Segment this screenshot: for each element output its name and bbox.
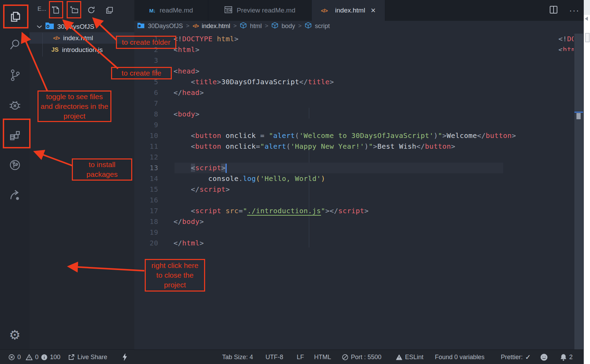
line-number: 14	[134, 173, 158, 184]
code-line: 6</head>	[134, 87, 574, 98]
code-line: 7	[134, 98, 574, 109]
lightning-icon[interactable]	[122, 350, 127, 364]
tab-label: index.html	[335, 7, 365, 14]
breadcrumb-html[interactable]: html	[250, 23, 262, 30]
html-code-icon: </>	[321, 8, 328, 14]
code-line: 20</html>	[134, 238, 574, 249]
minimap[interactable]: <!DOCTYPE html><html><head> <title>30Day…	[543, 34, 574, 51]
line-number: 9	[134, 120, 158, 130]
breadcrumb-separator: >	[298, 23, 302, 29]
line-number: 4	[134, 66, 158, 77]
code-line: 10 <button onclick = "alert('Welcome to …	[134, 130, 574, 141]
code-line: 14 console.log('Hello, World')	[134, 173, 574, 184]
breadcrumb-body[interactable]: body	[281, 23, 295, 30]
code-line: 19	[134, 227, 574, 238]
more-actions-icon[interactable]: ···	[569, 6, 580, 15]
gutter-top	[584, 0, 590, 15]
code-line: 4<head>	[134, 66, 574, 77]
gutter-thumb[interactable]	[585, 33, 590, 42]
line-number: 11	[134, 141, 158, 152]
collapse-all-icon[interactable]	[104, 5, 115, 15]
code-line: 13 <script>	[134, 163, 574, 173]
code-line: 8<body>	[134, 109, 574, 120]
tab-readme-md[interactable]: M↓ readMe.md	[134, 0, 208, 21]
split-editor-icon[interactable]	[549, 5, 558, 16]
code-line: <!DOCTYPE html>	[543, 34, 574, 44]
tree-item-introduction-js[interactable]: JS introduction.js	[30, 44, 134, 55]
tab-preview-readme-md[interactable]: Preview readMe.md	[208, 0, 312, 21]
info-status[interactable]: 100	[41, 350, 60, 364]
line-number: 19	[134, 227, 158, 238]
tree-root-30daysofjs[interactable]: 30DaysOfJS	[30, 21, 134, 32]
html-code-icon: </>	[193, 23, 199, 29]
code-line: 18</body>	[134, 216, 574, 227]
new-folder-icon[interactable]	[69, 5, 79, 15]
breadcrumb-project[interactable]: 30DaysOfJS	[148, 23, 183, 30]
eol-status[interactable]: LF	[297, 350, 304, 364]
cube-icon	[240, 22, 247, 31]
code-line: 15 </script>	[134, 184, 574, 195]
circle-branch-icon[interactable]	[0, 158, 30, 172]
html-file-icon: </>	[53, 35, 60, 41]
line-number: 12	[134, 152, 158, 163]
language-status[interactable]: HTML	[314, 350, 331, 364]
breadcrumb-script[interactable]: script	[315, 23, 330, 30]
tree-item-label: index.html	[63, 34, 93, 42]
new-file-icon[interactable]	[50, 5, 61, 15]
code-line: 5 <title>30DaysOfJavaScript</title>	[134, 77, 574, 87]
found-variables-status[interactable]: Found 0 variables	[435, 350, 484, 364]
eslint-status[interactable]: ESLint	[396, 350, 423, 364]
line-number: 6	[134, 87, 158, 98]
live-share-status[interactable]: Live Share	[68, 350, 107, 364]
line-number: 17	[134, 206, 158, 216]
tab-bar-actions: ···	[549, 0, 580, 21]
refresh-icon[interactable]	[86, 5, 96, 15]
port-status[interactable]: Port : 5500	[342, 350, 381, 364]
feedback-smiley-icon[interactable]	[540, 350, 548, 364]
code-line: 3	[134, 55, 574, 66]
folder-icon	[45, 22, 54, 31]
indent-guide	[309, 108, 309, 119]
tree-item-index-html[interactable]: </> index.html	[30, 32, 134, 44]
scrollbar-track[interactable]	[574, 34, 583, 349]
line-number: 7	[134, 98, 158, 109]
breadcrumb: 30DaysOfJS > </> index.html > html > bod…	[134, 21, 584, 31]
code-line: 11 <button onclick="alert('Happy New Yea…	[134, 141, 574, 152]
gear-icon[interactable]: ⚙	[0, 329, 30, 341]
code-editor[interactable]: 1<!DOCTYPE html>2<html>34<head>5 <title>…	[134, 31, 574, 349]
text-cursor	[226, 164, 227, 173]
tab-index-html[interactable]: </> index.html ×	[312, 0, 385, 21]
extensions-icon[interactable]	[0, 129, 30, 142]
page-scroll-gutter	[584, 0, 590, 364]
overview-ruler-cursor-mark	[574, 112, 583, 113]
code-line: 2<html>	[134, 44, 574, 55]
errors-status[interactable]: 0	[8, 350, 21, 364]
explorer-icon[interactable]	[0, 10, 30, 24]
line-number: 8	[134, 109, 158, 120]
bug-icon[interactable]	[0, 99, 30, 112]
tab-label: readMe.md	[160, 7, 193, 14]
explorer-title: E...	[37, 6, 47, 12]
notifications-bell-icon[interactable]: 2	[560, 350, 573, 364]
tree-item-label: introduction.js	[62, 46, 103, 54]
code-line: 1<!DOCTYPE html>	[134, 34, 574, 44]
encoding-status[interactable]: UTF-8	[266, 350, 283, 364]
search-icon[interactable]	[0, 38, 30, 51]
git-branch-icon[interactable]	[0, 69, 30, 82]
prettier-status[interactable]: Prettier: ✓	[501, 350, 531, 364]
breadcrumb-separator: >	[265, 23, 268, 29]
close-icon[interactable]: ×	[371, 6, 376, 15]
folder-icon	[137, 22, 145, 30]
explorer-sidebar: E...	[30, 0, 134, 349]
tab-size-status[interactable]: Tab Size: 4	[222, 350, 253, 364]
warnings-status[interactable]: 0	[26, 350, 39, 364]
line-number: 2	[134, 44, 158, 55]
breadcrumb-separator: >	[186, 23, 189, 29]
editor-tab-bar: M↓ readMe.md Preview readMe.md </> index…	[134, 0, 584, 21]
line-number: 15	[134, 184, 158, 195]
line-number: 1	[134, 34, 158, 44]
scrollbar-thumb[interactable]	[576, 113, 581, 119]
share-arrow-icon[interactable]	[0, 189, 30, 202]
activity-bar: ⚙	[0, 0, 30, 349]
breadcrumb-file[interactable]: index.html	[202, 23, 230, 30]
